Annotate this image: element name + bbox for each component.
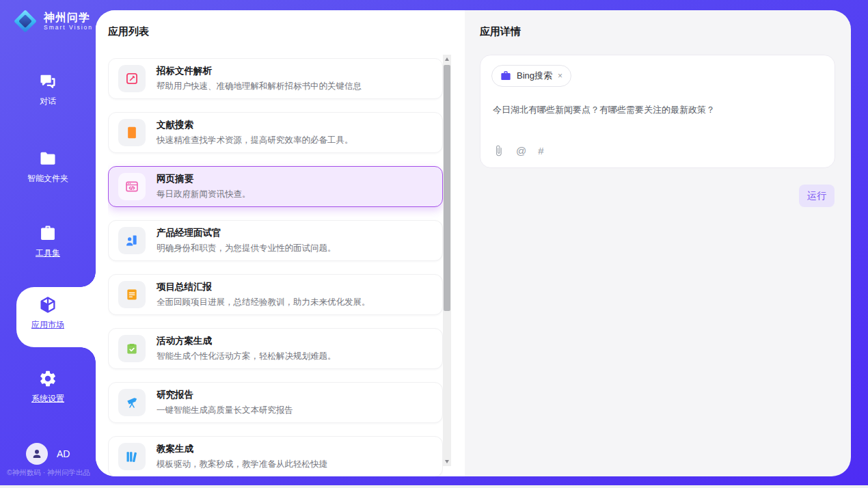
app-card-title: 活动方案生成 [157, 335, 336, 347]
run-button[interactable]: 运行 [799, 185, 835, 207]
app-card-desc: 一键智能生成高质量长文本研究报告 [157, 405, 293, 416]
folder-icon [0, 149, 96, 168]
sidebar-item-settings[interactable]: 系统设置 [0, 369, 96, 405]
app-card-title: 网页摘要 [157, 173, 251, 185]
app-list-title: 应用列表 [108, 25, 149, 38]
books-icon [118, 443, 146, 470]
app-card-title: 研究报告 [157, 389, 293, 401]
sidebar-item-label: 工具集 [0, 247, 96, 259]
sidebar-item-label: 对话 [0, 96, 96, 107]
app-card-literature-search[interactable]: 文献搜索 快速精准查找学术资源，提高研究效率的必备工具。 [108, 112, 443, 153]
sidebar-item-smart-folder[interactable]: 智能文件夹 [0, 149, 96, 185]
toolbox-icon [0, 223, 96, 243]
tool-tag-label: Bing搜索 [517, 70, 552, 82]
attachment-icon[interactable] [493, 145, 504, 157]
chat-icon [0, 72, 96, 91]
sidebar-item-chat[interactable]: 对话 [0, 72, 96, 107]
app-card-project-summary[interactable]: 项目总结汇报 全面回顾项目进展，总结经验教训，助力未来优化发展。 [108, 274, 443, 315]
bottom-strip [0, 485, 868, 488]
copyright-text: ©神州数码 · 神州问学出品 [7, 468, 96, 478]
app-card-pm-interviewer[interactable]: 产品经理面试官 明确身份和职责，为您提供专业性的面试问题。 [108, 220, 443, 261]
app-card-desc: 模板驱动，教案秒成，教学准备从此轻松快捷 [157, 459, 327, 470]
brand-gem-icon [12, 8, 38, 34]
content-area: 应用列表 招标文件解析 帮助用户快速、准确地理解和解析招标书中的关键信息 [96, 10, 851, 476]
app-list-scrollbar[interactable] [443, 55, 451, 466]
brand-name: 神州问学 [44, 12, 93, 24]
app-card-desc: 全面回顾项目进展，总结经验教训，助力未来优化发展。 [157, 297, 370, 308]
sidebar-item-toolset[interactable]: 工具集 [0, 223, 96, 259]
app-card-desc: 快速精准查找学术资源，提高研究效率的必备工具。 [157, 135, 353, 146]
app-card-title: 项目总结汇报 [157, 281, 370, 293]
user-account[interactable]: AD [26, 443, 70, 465]
tool-tag-bing-search[interactable]: Bing搜索 × [491, 65, 571, 87]
book-icon [118, 119, 146, 146]
prompt-toolbar: @ # [493, 145, 544, 157]
hashtag-icon[interactable]: # [538, 145, 543, 157]
clipboard-check-icon [118, 335, 146, 362]
app-card-bid-analysis[interactable]: 招标文件解析 帮助用户快速、准确地理解和解析招标书中的关键信息 [108, 58, 443, 99]
app-card-title: 教案生成 [157, 443, 327, 455]
app-card-web-summary[interactable]: 网页摘要 每日政府新闻资讯快查。 [108, 166, 443, 207]
telescope-icon [118, 389, 146, 416]
tag-close-icon[interactable]: × [558, 71, 562, 81]
calendar-note-icon [118, 281, 146, 308]
browser-code-icon [118, 173, 146, 200]
app-detail-panel: 应用详情 Bing搜索 × 今日湖北有哪些新闻要点？有哪些需要关注的最新政策？ … [465, 10, 851, 476]
app-card-title: 产品经理面试官 [157, 227, 336, 239]
mention-icon[interactable]: @ [516, 145, 526, 157]
edit-document-icon [118, 65, 146, 92]
sidebar-item-app-market[interactable]: 应用市场 [0, 295, 96, 331]
app-card-lesson-plan[interactable]: 教案生成 模板驱动，教案秒成，教学准备从此轻松快捷 [108, 436, 443, 476]
prompt-input[interactable]: 今日湖北有哪些新闻要点？有哪些需要关注的最新政策？ [493, 103, 821, 117]
app-card-desc: 明确身份和职责，为您提供专业性的面试问题。 [157, 243, 336, 254]
cube-icon [0, 295, 96, 314]
gear-icon [0, 369, 96, 388]
app-detail-title: 应用详情 [480, 25, 521, 38]
brand-subtitle: Smart Vision [44, 24, 93, 31]
app-card-desc: 每日政府新闻资讯快查。 [157, 189, 251, 200]
scrollbar-down-arrow[interactable] [443, 457, 451, 466]
avatar [26, 443, 48, 465]
brand-logo: 神州问学 Smart Vision [12, 8, 93, 34]
sidebar-item-label: 应用市场 [0, 319, 96, 331]
app-card-desc: 智能生成个性化活动方案，轻松解决规划难题。 [157, 351, 336, 362]
app-card-list: 招标文件解析 帮助用户快速、准确地理解和解析招标书中的关键信息 文献搜索 快速精… [108, 58, 443, 476]
app-list-panel: 应用列表 招标文件解析 帮助用户快速、准确地理解和解析招标书中的关键信息 [96, 10, 465, 476]
prompt-card[interactable]: Bing搜索 × 今日湖北有哪些新闻要点？有哪些需要关注的最新政策？ @ # [480, 55, 835, 168]
app-card-title: 文献搜索 [157, 119, 353, 131]
briefcase-icon [500, 70, 511, 81]
sidebar-item-label: 智能文件夹 [0, 173, 96, 185]
scrollbar-thumb[interactable] [444, 65, 450, 311]
app-card-desc: 帮助用户快速、准确地理解和解析招标书中的关键信息 [157, 81, 362, 92]
app-card-activity-plan[interactable]: 活动方案生成 智能生成个性化活动方案，轻松解决规划难题。 [108, 328, 443, 369]
sidebar: 神州问学 Smart Vision 对话 智能文件夹 工具集 [0, 0, 96, 485]
sidebar-item-label: 系统设置 [0, 393, 96, 405]
app-frame: 神州问学 Smart Vision 对话 智能文件夹 工具集 [0, 0, 868, 485]
app-card-title: 招标文件解析 [157, 65, 362, 77]
person-document-icon [118, 227, 146, 254]
scrollbar-up-arrow[interactable] [443, 55, 451, 64]
app-card-research-report[interactable]: 研究报告 一键智能生成高质量长文本研究报告 [108, 382, 443, 423]
user-initials: AD [57, 448, 70, 459]
